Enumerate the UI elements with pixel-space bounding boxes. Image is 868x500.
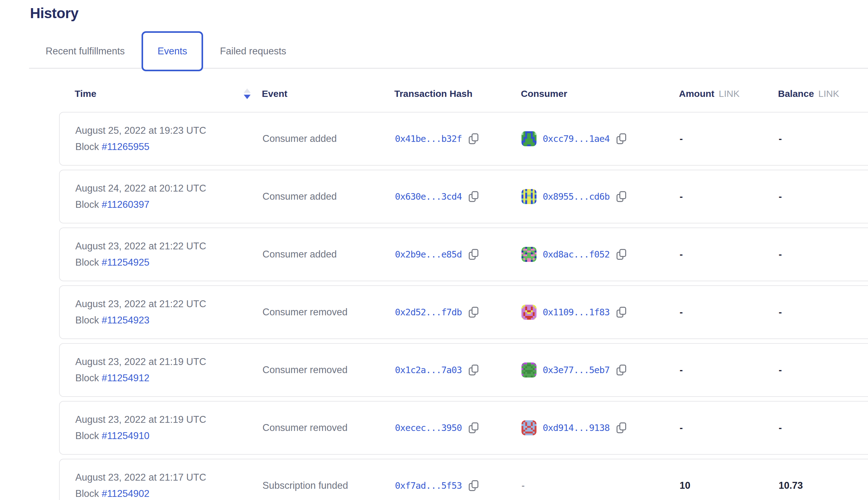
table-row: August 23, 2022 at 21:19 UTC Block #1125… <box>59 401 868 455</box>
copy-icon <box>468 364 479 376</box>
transaction-hash-link[interactable]: 0xf7ad...5f53 <box>395 480 462 491</box>
transaction-hash-link[interactable]: 0x2b9e...e85d <box>395 249 462 260</box>
events-table: Time Event Transaction Hash Consumer Amo… <box>59 72 868 500</box>
copy-icon <box>468 190 479 203</box>
amount-cell: - <box>679 249 779 260</box>
amount-cell: - <box>679 191 779 202</box>
consumer-identicon <box>522 305 536 320</box>
balance-cell: - <box>779 364 868 376</box>
copy-consumer-address-button[interactable] <box>616 248 627 261</box>
block-number-link[interactable]: #11254923 <box>102 315 149 326</box>
block-label: Block <box>75 488 99 499</box>
time-cell: August 25, 2022 at 19:23 UTC Block #1126… <box>60 124 262 153</box>
consumer-address-link[interactable]: 0xd914...9138 <box>543 422 609 433</box>
copy-transaction-hash-button[interactable] <box>468 479 479 492</box>
table-body: August 25, 2022 at 19:23 UTC Block #1126… <box>59 112 868 500</box>
column-header-amount: AmountLINK <box>679 88 778 99</box>
consumer-address-link[interactable]: 0x8955...cd6b <box>543 191 609 202</box>
balance-cell: - <box>779 133 868 144</box>
copy-transaction-hash-button[interactable] <box>468 422 479 434</box>
consumer-address-link[interactable]: 0xd8ac...f052 <box>543 249 609 260</box>
sort-descending-icon[interactable] <box>244 89 251 99</box>
copy-consumer-address-button[interactable] <box>616 190 627 203</box>
amount-cell: - <box>679 364 779 376</box>
copy-transaction-hash-button[interactable] <box>468 364 479 376</box>
transaction-hash-link[interactable]: 0x630e...3cd4 <box>395 191 462 202</box>
block-line: Block #11254925 <box>75 256 262 269</box>
transaction-hash-link[interactable]: 0xecec...3950 <box>395 422 462 433</box>
column-header-time[interactable]: Time <box>59 88 262 99</box>
no-consumer-dash: - <box>522 480 525 491</box>
block-number-link[interactable]: #11260397 <box>102 199 149 210</box>
consumer-identicon <box>522 247 536 262</box>
time-cell: August 23, 2022 at 21:17 UTC Block #1125… <box>60 471 262 500</box>
block-number-link[interactable]: #11254912 <box>102 373 149 384</box>
copy-transaction-hash-button[interactable] <box>468 190 479 203</box>
event-type-cell: Consumer removed <box>262 364 395 376</box>
tab-recent-fulfillments[interactable]: Recent fulfillments <box>44 45 127 57</box>
event-type-cell: Consumer removed <box>262 422 395 433</box>
amount-cell: - <box>679 422 779 433</box>
transaction-hash-link[interactable]: 0x1c2a...7a03 <box>395 365 462 375</box>
tab-failed-requests[interactable]: Failed requests <box>218 45 288 57</box>
table-row: August 23, 2022 at 21:22 UTC Block #1125… <box>59 285 868 339</box>
copy-transaction-hash-button[interactable] <box>468 248 479 261</box>
time-cell: August 23, 2022 at 21:22 UTC Block #1125… <box>60 240 262 269</box>
consumer-address-link[interactable]: 0xcc79...1ae4 <box>543 134 609 144</box>
event-type-cell: Consumer added <box>262 133 395 144</box>
consumer-identicon <box>522 363 536 377</box>
block-number-link[interactable]: #11254925 <box>102 257 149 268</box>
time-header-label: Time <box>75 88 96 99</box>
block-number-link[interactable]: #11265955 <box>102 141 149 152</box>
copy-consumer-address-button[interactable] <box>616 306 627 318</box>
event-timestamp: August 23, 2022 at 21:22 UTC <box>75 298 262 310</box>
block-number-link[interactable]: #11254910 <box>102 430 149 441</box>
event-timestamp: August 23, 2022 at 21:19 UTC <box>75 413 262 426</box>
transaction-hash-cell: 0x630e...3cd4 <box>395 190 522 203</box>
block-line: Block #11254902 <box>75 488 262 500</box>
event-type-cell: Consumer removed <box>262 307 395 318</box>
balance-cell: - <box>779 307 868 318</box>
time-cell: August 24, 2022 at 20:12 UTC Block #1126… <box>60 182 262 211</box>
transaction-hash-link[interactable]: 0x2d52...f7db <box>395 307 462 318</box>
transaction-hash-cell: 0xf7ad...5f53 <box>395 479 522 492</box>
tab-events-active[interactable]: Events <box>141 31 203 71</box>
column-header-consumer: Consumer <box>521 88 679 99</box>
copy-consumer-address-button[interactable] <box>616 133 627 145</box>
balance-header-label: Balance <box>778 89 814 99</box>
consumer-cell: 0x3e77...5eb7 <box>522 363 679 377</box>
block-line: Block #11260397 <box>75 198 262 211</box>
table-row: August 23, 2022 at 21:19 UTC Block #1125… <box>59 343 868 397</box>
consumer-cell: 0xcc79...1ae4 <box>522 131 679 146</box>
event-timestamp: August 24, 2022 at 20:12 UTC <box>75 182 262 195</box>
copy-transaction-hash-button[interactable] <box>468 306 479 318</box>
column-header-transaction-hash: Transaction Hash <box>394 88 521 99</box>
column-header-event: Event <box>262 88 394 99</box>
consumer-address-link[interactable]: 0x3e77...5eb7 <box>543 365 609 375</box>
amount-cell: - <box>679 133 779 144</box>
transaction-hash-link[interactable]: 0x41be...b32f <box>395 134 462 144</box>
amount-cell: - <box>679 307 779 318</box>
copy-transaction-hash-button[interactable] <box>468 133 479 145</box>
block-number-link[interactable]: #11254902 <box>102 488 149 499</box>
time-cell: August 23, 2022 at 21:19 UTC Block #1125… <box>60 356 262 384</box>
tab-bar: Recent fulfillments Events Failed reques… <box>30 31 868 72</box>
balance-cell: 10.73 <box>779 480 868 491</box>
transaction-hash-cell: 0xecec...3950 <box>395 422 522 434</box>
consumer-address-link[interactable]: 0x1109...1f83 <box>543 307 609 318</box>
amount-cell: 10 <box>679 480 779 491</box>
block-label: Block <box>75 315 99 326</box>
amount-unit-label: LINK <box>719 89 740 99</box>
copy-consumer-address-button[interactable] <box>616 422 627 434</box>
transaction-hash-cell: 0x2b9e...e85d <box>395 248 522 261</box>
consumer-cell: 0x1109...1f83 <box>522 305 679 320</box>
tab-events-label: Events <box>158 45 187 57</box>
sort-down-triangle <box>244 95 251 99</box>
block-label: Block <box>75 257 99 268</box>
balance-cell: - <box>779 191 868 202</box>
block-line: Block #11254923 <box>75 314 262 327</box>
event-type-cell: Subscription funded <box>262 480 395 491</box>
time-cell: August 23, 2022 at 21:19 UTC Block #1125… <box>60 413 262 442</box>
balance-unit-label: LINK <box>818 89 839 99</box>
copy-consumer-address-button[interactable] <box>616 364 627 376</box>
